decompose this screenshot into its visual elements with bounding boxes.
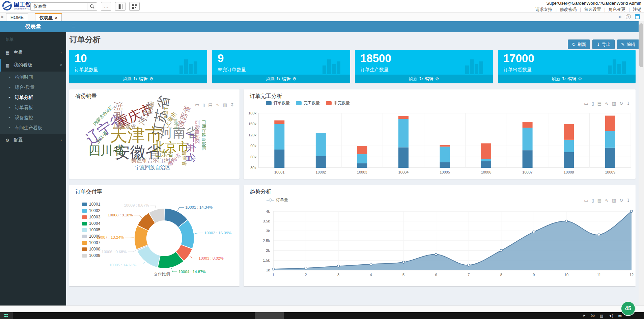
refresh-label[interactable]: 刷新 <box>409 76 418 82</box>
collapse-tabs-icon[interactable]: « <box>618 16 623 18</box>
refresh-label[interactable]: 刷新 <box>266 76 275 82</box>
restore-icon[interactable]: ↻ <box>619 198 623 203</box>
edit-button[interactable]: ✎编辑 <box>617 39 639 49</box>
bar-legend: 订单数量完工数量未完数量 <box>266 100 350 106</box>
floating-badge[interactable]: 45 <box>621 301 636 316</box>
page-actions: ↻刷新↧导出✎编辑 <box>568 39 639 49</box>
save-image-icon[interactable]: ↧ <box>626 198 630 203</box>
barcode-button[interactable] <box>115 2 125 11</box>
dataview-icon[interactable]: ▤ <box>597 198 601 203</box>
sidebar-subitem-订单分析[interactable]: ◔订单分析 <box>0 92 66 103</box>
gauge-icon: ◔ <box>8 95 15 100</box>
kpi-footer-actions[interactable]: 刷新↻编辑⚙ <box>498 75 636 83</box>
line-marker-icon <box>267 198 274 202</box>
speaker-icon[interactable]: ◄) <box>608 314 613 318</box>
more-options-button[interactable]: … <box>101 2 111 11</box>
user-link[interactable]: 注销 <box>633 7 641 12</box>
search-input[interactable] <box>30 2 87 11</box>
line-type-icon[interactable]: ∿ <box>605 101 609 106</box>
qrcode-button[interactable] <box>129 2 140 11</box>
refresh-icon: ↻ <box>277 76 280 81</box>
display-icon[interactable]: ▭ <box>618 314 622 318</box>
user-link[interactable]: 角色变更 <box>609 7 625 12</box>
wordcloud-word: 陕西省 <box>177 105 191 128</box>
tab-HOME[interactable]: HOME <box>6 13 28 21</box>
dataview-icon[interactable]: ▤ <box>597 101 601 106</box>
search-button[interactable] <box>87 2 97 11</box>
close-tab-icon[interactable]: × <box>55 16 57 20</box>
save-image-icon[interactable]: ↧ <box>626 101 630 106</box>
restore-icon[interactable]: ↻ <box>619 101 623 106</box>
tab-仪表盘[interactable]: 仪表盘× <box>35 13 62 21</box>
label-leader-line <box>150 205 156 209</box>
taskbar-app-button[interactable] <box>255 312 284 319</box>
kpi-card: 17000订单出货数量刷新↻编辑⚙ <box>498 50 636 83</box>
bar-type-icon[interactable]: ▥ <box>612 198 616 203</box>
calendar-icon[interactable] <box>635 14 640 19</box>
panel-title: 订单交付率 <box>75 188 102 195</box>
data-point-marker <box>370 263 372 265</box>
wrench-icon: ⚙ <box>292 76 297 81</box>
datazoom-icon[interactable]: ▭ <box>584 198 588 203</box>
datazoom-icon[interactable]: ▭ <box>584 101 588 106</box>
sidebar-item-我的看板[interactable]: ▦我的看板˅ <box>0 59 66 72</box>
x-tick-label: 10007 <box>522 170 533 174</box>
data-point-marker <box>500 249 502 252</box>
legend-item-订单数量[interactable]: 订单数量 <box>266 100 290 106</box>
hamburger-icon[interactable]: ≡ <box>72 23 75 30</box>
kpi-footer-actions[interactable]: 刷新↻编辑⚙ <box>355 75 493 83</box>
bar-chart-icon <box>607 55 629 76</box>
clipboard-icon[interactable]: ▤ <box>600 314 603 318</box>
refresh-button[interactable]: ↻刷新 <box>568 39 590 49</box>
refresh-label[interactable]: 刷新 <box>123 76 132 82</box>
tab-scroll-arrow-icon[interactable]: ▶ <box>1 15 4 19</box>
bar-type-icon[interactable]: ▥ <box>612 101 616 106</box>
input-method-icon[interactable]: Ⓐ <box>591 313 595 318</box>
data-point-marker <box>598 234 600 236</box>
sidebar-title: 仪表盘 <box>0 21 66 32</box>
edit-label[interactable]: 编辑 <box>282 76 291 82</box>
line-type-icon[interactable]: ∿ <box>605 198 609 203</box>
edit-label[interactable]: 编辑 <box>425 76 433 82</box>
legend-item-完工数量[interactable]: 完工数量 <box>296 100 320 106</box>
bar-segment <box>523 128 533 150</box>
kpi-footer-actions[interactable]: 刷新↻编辑⚙ <box>69 75 207 83</box>
user-link[interactable]: 首选设置 <box>584 7 601 12</box>
vertical-scrollbar[interactable] <box>639 21 644 305</box>
edit-label[interactable]: 编辑 <box>567 76 576 82</box>
user-link[interactable]: 请求支持 <box>535 7 552 12</box>
x-tick-label: 7 <box>468 273 470 277</box>
trend-chart: 1k1.5k2k2.5k3k3.5k4k123456789101112 <box>244 205 636 284</box>
kpi-footer-actions[interactable]: 刷新↻编辑⚙ <box>212 75 350 83</box>
data-point-marker <box>337 265 340 267</box>
legend-item-未完数量[interactable]: 未完数量 <box>326 100 350 106</box>
sidebar-subitem-综合-质量[interactable]: ◔综合-质量 <box>0 82 66 92</box>
datazoom-reset-icon[interactable]: ▯ <box>592 101 594 106</box>
help-icon[interactable]: ? <box>626 14 631 19</box>
scrollbar-thumb[interactable] <box>639 23 643 67</box>
export-button[interactable]: ↧导出 <box>592 39 615 49</box>
link-separator: ｜ <box>578 7 582 12</box>
legend-label: 未完数量 <box>334 100 350 106</box>
snip-icon[interactable]: ✂ <box>583 314 586 318</box>
trend-legend-item[interactable]: 订单量 <box>267 197 288 203</box>
sidebar-item-看板[interactable]: ▦看板‹ <box>0 46 66 59</box>
bar-segment <box>481 143 491 159</box>
sidebar-item-配置[interactable]: ⚙配置‹ <box>0 134 66 147</box>
export-icon: ↧ <box>596 42 600 47</box>
y-tick-label: 1k <box>266 268 270 272</box>
button-label: 编辑 <box>626 42 635 48</box>
wordcloud-word: 山西省 <box>164 107 168 119</box>
grid-icon: ▦ <box>5 50 13 55</box>
edit-label[interactable]: 编辑 <box>139 76 148 82</box>
datazoom-reset-icon[interactable]: ▯ <box>592 198 594 203</box>
user-link[interactable]: 修改密码 <box>560 7 577 12</box>
sidebar-subitem-检测时间[interactable]: ◔检测时间 <box>0 72 66 82</box>
y-tick-label: 60k <box>250 155 256 159</box>
sidebar-subitem-设备监控[interactable]: ◔设备监控 <box>0 113 66 123</box>
sidebar-subitem-车间生产看板[interactable]: ◔车间生产看板 <box>0 123 66 133</box>
sidebar-subitem-订单看板[interactable]: ◔订单看板 <box>0 103 66 113</box>
start-button[interactable] <box>0 312 13 319</box>
refresh-label[interactable]: 刷新 <box>552 76 560 82</box>
donut-slice-10005 <box>137 246 160 267</box>
